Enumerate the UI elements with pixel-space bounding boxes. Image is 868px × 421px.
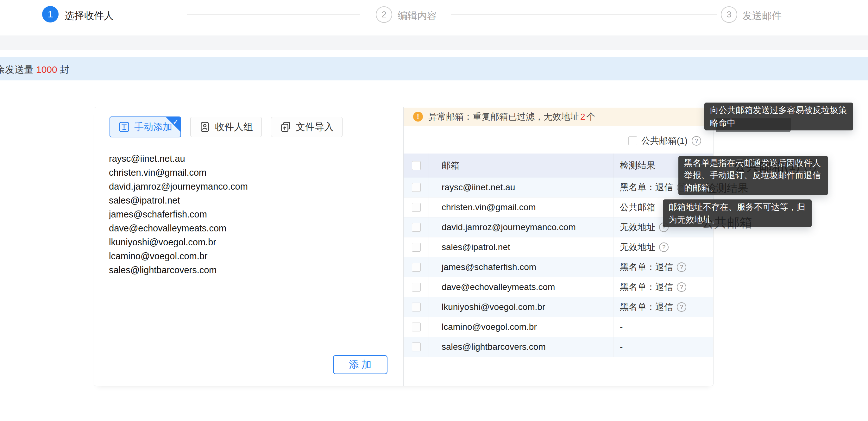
quota-suffix: 封	[60, 64, 69, 75]
step-connector	[451, 14, 717, 15]
email-entry: sales@lightbarcovers.com	[109, 263, 381, 277]
quota-banner: 余发送量1000封	[0, 57, 868, 81]
step-2-label: 编辑内容	[398, 9, 437, 23]
tab-recipient-group-label: 收件人组	[215, 121, 253, 133]
step-1-label: 选择收件人	[65, 9, 114, 23]
step-connector	[187, 14, 360, 15]
warning-text: 异常邮箱：重复邮箱已过滤，无效地址2个	[428, 108, 595, 126]
table-row: dave@echovalleymeats.com 黑名单：退信 ?	[404, 277, 713, 297]
email-entry: christen.vin@gmail.com	[109, 166, 381, 179]
row-email: christen.vin@gmail.com	[429, 198, 614, 217]
detection-table: 邮箱 检测结果 raysc@iinet.net.au 黑名单：退信 ? chri…	[404, 153, 713, 357]
help-icon[interactable]: ?	[659, 242, 669, 252]
public-mailbox-checkbox[interactable]	[628, 137, 637, 145]
row-result: 黑名单：退信	[620, 301, 673, 313]
table-row: lkuniyoshi@voegol.com.br 黑名单：退信 ?	[404, 297, 713, 317]
tab-recipient-group[interactable]: 收件人组	[190, 117, 262, 137]
help-icon[interactable]: ?	[692, 136, 701, 146]
email-entry: james@schaferfish.com	[109, 207, 381, 221]
table-row: raysc@iinet.net.au 黑名单：退信 ?	[404, 178, 713, 198]
row-checkbox[interactable]	[412, 223, 421, 232]
email-entry: sales@ipatrol.net	[109, 193, 381, 207]
warning-text-before: 异常邮箱：重复邮箱已过滤，无效地址	[428, 112, 579, 122]
recipient-card: 手动添加 ✓ 收件人组 文件导入	[94, 107, 714, 386]
table-header: 邮箱 检测结果	[404, 153, 713, 178]
email-entry: dave@echovalleymeats.com	[109, 221, 381, 235]
row-checkbox[interactable]	[412, 342, 421, 351]
help-icon[interactable]: ?	[677, 302, 686, 312]
invalid-count: 2	[579, 112, 587, 122]
email-entry: david.jamroz@journeymanco.com	[109, 179, 381, 193]
recipient-input-area[interactable]: raysc@iinet.net.au christen.vin@gmail.co…	[109, 152, 381, 277]
quota-prefix: 余发送量	[0, 64, 34, 75]
email-entry: raysc@iinet.net.au	[109, 152, 381, 166]
ghost-help-icon: ?	[804, 160, 816, 172]
step-3-circle: 3	[721, 6, 737, 23]
public-mailbox-filter: 公共邮箱(1) ?	[628, 136, 701, 146]
quota-amount: 1000	[34, 64, 60, 75]
toolbar-strip	[0, 35, 868, 50]
ghost-text: 检测结果	[705, 181, 748, 196]
file-import-icon	[280, 121, 291, 132]
warning-icon: !	[413, 112, 423, 122]
manual-add-section: 手动添加 ✓ 收件人组 文件导入	[94, 107, 404, 386]
tab-file-import-label: 文件导入	[296, 121, 334, 133]
row-result: 无效地址	[620, 241, 655, 253]
table-row: sales@ipatrol.net 无效地址 ?	[404, 237, 713, 257]
row-email: raysc@iinet.net.au	[429, 178, 614, 197]
row-result: 黑名单：退信	[620, 261, 673, 273]
row-email: lcamino@voegol.com.br	[429, 317, 614, 337]
tooltip-public-mailbox: 向公共邮箱发送过多容易被反垃圾策略命中	[704, 102, 853, 130]
email-entry: lcamino@voegol.com.br	[109, 249, 381, 263]
row-result: -	[620, 342, 623, 352]
select-all-checkbox[interactable]	[412, 161, 421, 170]
quota-text: 余发送量1000封	[0, 63, 69, 76]
step-2-circle: 2	[376, 6, 392, 23]
send-mail-wizard-page: 1 选择收件人 2 编辑内容 3 发送邮件 余发送量1000封 手动添加	[0, 0, 868, 421]
row-email: sales@ipatrol.net	[429, 237, 614, 257]
detection-section: ! 异常邮箱：重复邮箱已过滤，无效地址2个 公共邮箱(1) ? 邮箱 检测结果	[404, 107, 713, 386]
recipient-group-icon	[199, 121, 211, 132]
email-entry: lkuniyoshi@voegol.com.br	[109, 235, 381, 249]
ghost-text: 公共邮箱(1)	[734, 157, 800, 175]
tab-file-import[interactable]: 文件导入	[271, 117, 342, 137]
row-checkbox[interactable]	[412, 183, 421, 192]
step-1-circle: 1	[42, 6, 59, 23]
step-3-label: 发送邮件	[742, 9, 782, 23]
row-result: 黑名单：退信	[620, 181, 673, 193]
row-result: -	[620, 322, 623, 332]
row-email: david.jamroz@journeymanco.com	[429, 217, 614, 237]
table-row: lcamino@voegol.com.br -	[404, 317, 713, 337]
help-icon[interactable]: ?	[677, 282, 686, 292]
row-result: 黑名单：退信	[620, 281, 673, 293]
row-email: james@schaferfish.com	[429, 257, 614, 277]
row-checkbox[interactable]	[412, 243, 421, 252]
row-checkbox[interactable]	[412, 323, 421, 331]
tab-manual-add[interactable]: 手动添加 ✓	[110, 117, 181, 138]
row-checkbox[interactable]	[412, 303, 421, 311]
add-button[interactable]: 添 加	[333, 355, 388, 374]
row-result: 公共邮箱	[620, 201, 655, 213]
row-email: lkuniyoshi@voegol.com.br	[429, 297, 614, 317]
ghost-public-mailbox-label: 公共邮箱(1) ?	[734, 157, 816, 175]
warning-text-after: 个	[587, 112, 595, 122]
ghost-result-header: 检测结果	[705, 181, 748, 196]
table-row: sales@lightbarcovers.com -	[404, 337, 713, 357]
table-row: james@schaferfish.com 黑名单：退信 ?	[404, 257, 713, 277]
row-checkbox[interactable]	[412, 283, 421, 292]
row-email: dave@echovalleymeats.com	[429, 277, 614, 297]
row-checkbox[interactable]	[412, 263, 421, 272]
manual-add-icon	[118, 121, 130, 132]
help-icon[interactable]: ?	[677, 263, 686, 272]
public-mailbox-label: 公共邮箱(1)	[641, 135, 688, 147]
ghost-text: 公共邮箱	[702, 214, 752, 231]
check-icon: ✓	[173, 117, 179, 126]
ghost-public-mailbox-value: 公共邮箱	[702, 214, 752, 231]
abnormal-mailbox-banner: ! 异常邮箱：重复邮箱已过滤，无效地址2个	[404, 108, 713, 126]
row-email: sales@lightbarcovers.com	[429, 337, 614, 357]
row-result: 无效地址	[620, 221, 655, 233]
row-checkbox[interactable]	[412, 203, 421, 212]
email-column-header: 邮箱	[429, 153, 614, 178]
tab-manual-add-label: 手动添加	[134, 121, 172, 133]
